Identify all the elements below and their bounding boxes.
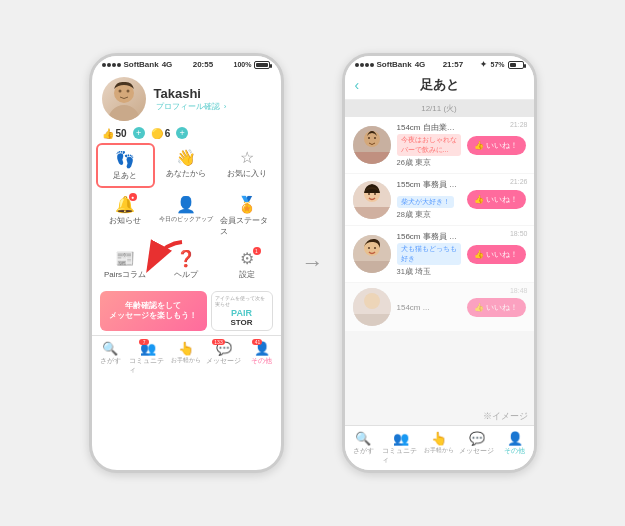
person-icon: 👤 xyxy=(176,195,196,214)
menu-label-oshirase: お知らせ xyxy=(109,215,141,226)
carrier-label: SoftBank xyxy=(124,60,159,69)
menu-item-okiniiri[interactable]: ☆ お気に入り xyxy=(218,143,277,188)
svg-rect-19 xyxy=(353,261,391,273)
nav-label: メッセージ xyxy=(459,447,494,456)
svg-point-18 xyxy=(374,247,376,249)
coins-stat: 🟡 6 xyxy=(151,128,171,139)
right-phone: SoftBank 4G 21:57 ✦ 57% ‹ 足あと 12/11 (火) … xyxy=(342,53,537,473)
feed-info-2: 155cm 事務員 実家暮らし 柴犬が大好き！ 28歳 東京 xyxy=(397,179,462,220)
nav-community[interactable]: 7 👥 コミュニティ xyxy=(129,339,167,377)
right-arrow-icon: → xyxy=(302,250,324,276)
right-nav-sonota[interactable]: 👤 その他 xyxy=(496,429,534,467)
hand-up-icon: 👆 xyxy=(178,341,194,356)
nav-label-sagashi: さがす xyxy=(100,357,121,366)
feed-item: 18:50 156cm 事務員 実家暮らし 犬も猫もどっちも好き xyxy=(345,226,534,282)
menu-item-ashiato[interactable]: 👣 足あと xyxy=(96,143,155,188)
feed-location-2: 28歳 東京 xyxy=(397,210,462,220)
nav-message[interactable]: 133 💬 メッセージ xyxy=(205,339,243,377)
add-coins-button[interactable]: + xyxy=(176,127,188,139)
feed-time-4: 18:48 xyxy=(510,287,528,294)
feed-info-1: 154cm 自由業（フリーランス）... 今夜はおしゃれなバーで飲みに... 2… xyxy=(397,122,462,168)
transition-arrow: → xyxy=(302,250,324,276)
hand-icon: 👆 xyxy=(431,431,447,446)
menu-item-oshirase[interactable]: ● 🔔 お知らせ xyxy=(96,190,155,242)
menu-item-anata[interactable]: 👋 あなたから xyxy=(157,143,216,188)
avatar xyxy=(102,77,146,121)
right-time: 21:57 xyxy=(443,60,463,69)
right-nav-sagashi[interactable]: 🔍 さがす xyxy=(345,429,383,467)
menu-item-status[interactable]: 🏅 会員ステータス xyxy=(218,190,277,242)
menu-label-okiniiri: お気に入り xyxy=(227,168,267,179)
nav-sagashi[interactable]: 🔍 さがす xyxy=(92,339,130,377)
likes-count: 50 xyxy=(116,128,127,139)
feed-desc-3: 156cm 事務員 実家暮らし xyxy=(397,231,462,242)
menu-item-help[interactable]: ❓ ヘルプ xyxy=(157,244,216,285)
svg-point-17 xyxy=(368,247,370,249)
date-divider: 12/11 (火) xyxy=(345,100,534,117)
network-label: 4G xyxy=(162,60,173,69)
nav-label: その他 xyxy=(504,447,525,456)
feed-location-1: 26歳 東京 xyxy=(397,158,462,168)
feed-avatar-2[interactable] xyxy=(353,181,391,219)
svg-point-21 xyxy=(364,293,380,309)
coins-count: 6 xyxy=(165,128,171,139)
feed-list: 12/11 (火) 21:28 154cm 自由業（フ xyxy=(345,100,534,408)
profile-section: Takashi プロフィール確認 › xyxy=(92,71,281,125)
like-button-2[interactable]: 👍 いいね！ xyxy=(467,190,525,209)
nav-label-sonota: その他 xyxy=(251,357,272,366)
battery-icon xyxy=(254,61,270,69)
right-carrier: SoftBank xyxy=(377,60,412,69)
search-icon: 🔍 xyxy=(355,431,371,446)
nav-osewa[interactable]: 👆 お手軽から xyxy=(167,339,205,377)
verify-age-button[interactable]: 年齢確認をして メッセージを楽しもう！ xyxy=(100,291,207,331)
feed-avatar-3[interactable] xyxy=(353,235,391,273)
sonota-badge: 41 xyxy=(252,339,262,345)
community-badge: 7 xyxy=(139,339,149,345)
stats-row: 👍 50 + 🟡 6 + xyxy=(92,125,281,141)
menu-item-settings[interactable]: 1 ⚙ 設定 xyxy=(218,244,277,285)
profile-icon: 👤 xyxy=(507,431,523,446)
feed-time-2: 21:26 xyxy=(510,178,528,185)
like-button-1[interactable]: 👍 いいね！ xyxy=(467,136,525,155)
feed-info-4: 154cm ... xyxy=(397,303,462,312)
menu-label-help: ヘルプ xyxy=(174,269,198,280)
medal-icon: 🏅 xyxy=(237,195,257,214)
feed-time-1: 21:28 xyxy=(510,121,528,128)
svg-point-7 xyxy=(368,137,370,139)
feed-item: 18:48 154cm ... 👍 いいね！ xyxy=(345,283,534,331)
pair-stor-button[interactable]: アイテムを使って次を実らせ PAIR STOR xyxy=(211,291,273,331)
feed-avatar-4[interactable] xyxy=(353,288,391,326)
feed-avatar-1[interactable] xyxy=(353,126,391,164)
signal-dot xyxy=(117,63,121,67)
battery-label: 100% xyxy=(234,61,252,68)
menu-label-column: Pairsコラム xyxy=(104,269,146,280)
like-button-3[interactable]: 👍 いいね！ xyxy=(467,245,525,264)
nav-label-community: コミュニティ xyxy=(129,357,167,375)
back-button[interactable]: ‹ xyxy=(355,77,360,93)
right-bottom-nav: 🔍 さがす 👥 コミュニティ 👆 お手軽から 💬 メッセージ 👤 その他 xyxy=(345,425,534,470)
pair-stor-logo: PAIR STOR xyxy=(230,308,252,327)
svg-point-3 xyxy=(126,90,129,93)
right-network: 4G xyxy=(415,60,426,69)
add-likes-button[interactable]: + xyxy=(133,127,145,139)
like-button-4[interactable]: 👍 いいね！ xyxy=(467,298,525,317)
search-icon: 🔍 xyxy=(102,341,118,356)
action-buttons: 年齢確認をして メッセージを楽しもう！ アイテムを使って次を実らせ PAIR S… xyxy=(92,287,281,335)
menu-label-pickup: 今日のピックアップ xyxy=(159,215,213,224)
signal-dot xyxy=(102,63,106,67)
menu-label-ashiato: 足あと xyxy=(113,170,137,181)
time-label: 20:55 xyxy=(193,60,213,69)
message-badge: 133 xyxy=(212,339,224,345)
left-phone: SoftBank 4G 20:55 100% xyxy=(89,53,284,473)
bluetooth-icon: ✦ xyxy=(480,60,487,69)
profile-link[interactable]: プロフィール確認 › xyxy=(154,101,271,112)
svg-point-12 xyxy=(368,193,370,195)
nav-sonota[interactable]: 41 👤 その他 xyxy=(243,339,281,377)
right-nav-osewa[interactable]: 👆 お手軽から xyxy=(420,429,458,467)
menu-grid: 👣 足あと 👋 あなたから ☆ お気に入り ● 🔔 お知らせ 👤 xyxy=(92,141,281,244)
menu-item-pickup[interactable]: 👤 今日のピックアップ xyxy=(157,190,216,242)
hand-icon: 👋 xyxy=(176,148,196,167)
menu-item-column[interactable]: 📰 Pairsコラム xyxy=(96,244,155,285)
right-nav-community[interactable]: 👥 コミュニティ xyxy=(382,429,420,467)
right-nav-message[interactable]: 💬 メッセージ xyxy=(458,429,496,467)
